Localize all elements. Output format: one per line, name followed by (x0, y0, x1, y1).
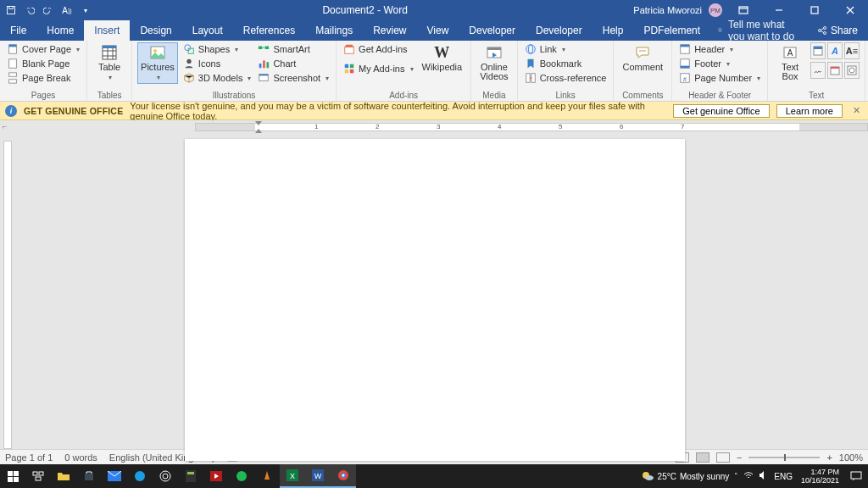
my-addins-button[interactable]: My Add-ins▾ (342, 62, 415, 75)
touch-mode-icon[interactable]: A)) (61, 4, 73, 16)
header-icon (679, 43, 691, 55)
share-button[interactable]: Share (807, 20, 868, 41)
close-button[interactable] (836, 0, 865, 20)
zoom-in-button[interactable]: + (826, 452, 832, 463)
task-view-button[interactable] (25, 464, 51, 488)
object-button[interactable] (844, 62, 860, 79)
drop-cap-button[interactable]: A≡ (844, 42, 860, 59)
undo-icon[interactable] (24, 4, 36, 16)
text-box-button[interactable]: A Text Box (773, 42, 807, 83)
mail-taskbar[interactable] (102, 464, 127, 488)
cover-page-button[interactable]: Cover Page▾ (5, 42, 81, 56)
tab-insert[interactable]: Insert (84, 20, 130, 41)
zoom-slider[interactable] (748, 457, 820, 458)
link-button[interactable]: Link▾ (523, 42, 609, 56)
icons-button[interactable]: Icons (181, 57, 253, 70)
tray-clock[interactable]: 1:47 PM 10/16/2021 (798, 468, 843, 485)
online-videos-button[interactable]: Online Videos (476, 42, 511, 83)
save-icon[interactable] (5, 4, 17, 16)
status-words[interactable]: 0 words (64, 452, 97, 463)
pictures-button[interactable]: Pictures▾ (137, 42, 178, 84)
tab-help[interactable]: Help (593, 20, 634, 41)
maximize-button[interactable] (800, 0, 829, 20)
smartart-button[interactable]: SmartArt (256, 42, 331, 56)
chart-label: Chart (273, 58, 296, 69)
drop-cap-icon: A≡ (846, 46, 858, 56)
word-taskbar[interactable]: W (305, 464, 331, 488)
shapes-button[interactable]: Shapes▾ (181, 42, 253, 56)
tab-view[interactable]: View (417, 20, 459, 41)
ruler-corner[interactable] (0, 120, 15, 134)
status-page[interactable]: Page 1 of 1 (5, 452, 53, 463)
action-center-button[interactable] (848, 468, 865, 485)
date-time-button[interactable] (827, 62, 843, 79)
get-addins-button[interactable]: Get Add-ins (342, 42, 415, 56)
tray-language[interactable]: ENG (774, 472, 793, 481)
excel-taskbar[interactable]: X (280, 464, 305, 488)
store-taskbar[interactable] (76, 464, 102, 488)
tray-network-icon[interactable] (743, 471, 754, 481)
redo-icon[interactable] (42, 4, 54, 16)
vertical-ruler[interactable] (0, 134, 15, 449)
share-label: Share (831, 25, 858, 36)
tab-layout[interactable]: Layout (182, 20, 233, 41)
3d-models-button[interactable]: 3D Models▾ (181, 71, 253, 85)
user-avatar[interactable]: PM (709, 3, 722, 17)
tray-chevron-icon[interactable]: ˄ (734, 472, 738, 480)
movies-taskbar[interactable] (203, 464, 229, 488)
svg-point-74 (163, 474, 168, 479)
user-name[interactable]: Patricia Mworozi (633, 5, 702, 15)
get-genuine-button[interactable]: Get genuine Office (673, 104, 770, 118)
tab-file[interactable]: File (0, 20, 36, 41)
page[interactable] (185, 139, 685, 461)
edge-taskbar[interactable] (127, 464, 153, 488)
page-break-button[interactable]: Page Break (5, 71, 81, 85)
learn-more-button[interactable]: Learn more (776, 104, 843, 118)
chart-button[interactable]: Chart (256, 57, 331, 70)
tab-developer-2[interactable]: Developer (526, 20, 593, 41)
tab-home[interactable]: Home (36, 20, 84, 41)
group-text: A Text Box A A≡ Text (768, 41, 865, 101)
svg-rect-69 (39, 472, 43, 475)
tab-pdfelement[interactable]: PDFelement (633, 20, 710, 41)
weather-widget[interactable]: 25°C Mostly sunny (641, 470, 730, 482)
signature-line-button[interactable] (810, 62, 826, 79)
comment-button[interactable]: Comment (619, 42, 666, 74)
start-button[interactable] (0, 464, 25, 488)
page-number-button[interactable]: #Page Number▾ (677, 71, 762, 85)
tab-design[interactable]: Design (130, 20, 181, 41)
vlc-taskbar[interactable] (254, 464, 280, 488)
footer-button[interactable]: Footer▾ (677, 57, 762, 70)
blank-page-button[interactable]: Blank Page (5, 57, 81, 70)
wordart-button[interactable]: A (827, 42, 843, 59)
quick-parts-button[interactable] (810, 42, 826, 59)
header-button[interactable]: Header▾ (677, 42, 762, 56)
zoom-out-button[interactable]: − (737, 452, 742, 463)
warning-close-button[interactable]: ✕ (849, 105, 863, 116)
horizontal-ruler[interactable]: 1 2 3 4 5 6 7 (15, 120, 868, 134)
tab-mailings[interactable]: Mailings (305, 20, 363, 41)
chrome-taskbar[interactable] (331, 464, 356, 488)
screenshot-button[interactable]: Screenshot▾ (256, 71, 331, 85)
tab-references[interactable]: References (233, 20, 305, 41)
spotify-taskbar[interactable] (229, 464, 254, 488)
tray-volume-icon[interactable] (759, 471, 769, 481)
file-explorer-taskbar[interactable] (51, 464, 76, 488)
minimize-button[interactable] (765, 0, 793, 20)
print-layout-button[interactable] (696, 452, 709, 463)
tell-me-search[interactable]: Tell me what you want to do (710, 20, 807, 41)
wikipedia-button[interactable]: W Wikipedia (419, 42, 466, 74)
ribbon-display-options-icon[interactable] (729, 0, 758, 20)
qat-customize-icon[interactable]: ▾ (80, 4, 92, 16)
tab-developer[interactable]: Developer (459, 20, 526, 41)
web-layout-button[interactable] (716, 452, 730, 463)
zoom-value[interactable]: 100% (839, 452, 863, 463)
settings-taskbar[interactable] (153, 464, 178, 488)
bookmark-button[interactable]: Bookmark (523, 57, 609, 70)
document-canvas[interactable] (15, 134, 868, 449)
table-button[interactable]: Table▾ (92, 42, 126, 84)
group-tables: Table▾ Tables (87, 41, 132, 101)
cross-reference-button[interactable]: Cross-reference (523, 71, 609, 85)
calculator-taskbar[interactable] (178, 464, 203, 488)
tab-review[interactable]: Review (363, 20, 416, 41)
